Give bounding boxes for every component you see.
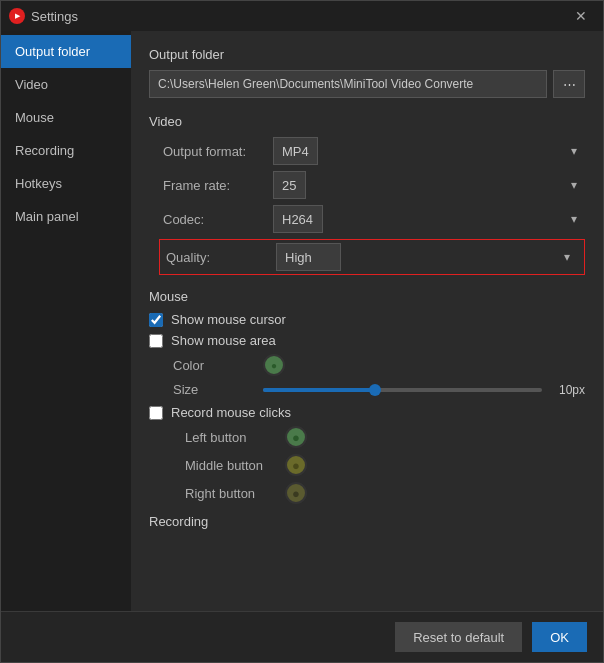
ellipsis-icon: ⋯: [563, 77, 576, 92]
show-mouse-area-row: Show mouse area: [149, 333, 585, 348]
left-button-label: Left button: [185, 430, 285, 445]
ok-button[interactable]: OK: [532, 622, 587, 652]
show-mouse-area-checkbox[interactable]: [149, 334, 163, 348]
app-icon: [9, 8, 25, 24]
codec-row: Codec: H264: [149, 205, 585, 233]
record-mouse-clicks-row: Record mouse clicks: [149, 405, 585, 420]
titlebar-title: Settings: [31, 9, 78, 24]
sidebar-item-output-folder[interactable]: Output folder: [1, 35, 131, 68]
output-folder-title: Output folder: [149, 47, 585, 62]
mouse-section-title: Mouse: [149, 289, 585, 304]
sidebar-item-mouse[interactable]: Mouse: [1, 101, 131, 134]
right-button-color-picker[interactable]: ●: [285, 482, 307, 504]
settings-window: Settings ✕ Output folder Video Mouse Rec…: [0, 0, 604, 663]
frame-rate-select-wrapper: 25: [273, 171, 585, 199]
reset-button[interactable]: Reset to default: [395, 622, 522, 652]
record-mouse-clicks-label: Record mouse clicks: [171, 405, 291, 420]
color-label: Color: [173, 358, 263, 373]
size-slider-fill: [263, 388, 375, 392]
recording-section-title: Recording: [149, 514, 585, 529]
output-format-select[interactable]: MP4: [273, 137, 318, 165]
video-section-title: Video: [149, 114, 585, 129]
recording-section: Recording: [149, 514, 585, 529]
show-mouse-area-label: Show mouse area: [171, 333, 276, 348]
path-input[interactable]: [149, 70, 547, 98]
color-icon: ●: [271, 360, 277, 371]
quality-select[interactable]: High Medium Low: [276, 243, 341, 271]
mouse-section: Mouse Show mouse cursor Show mouse area …: [149, 289, 585, 529]
size-label: Size: [173, 382, 263, 397]
content-area: Output folder Video Mouse Recording Hotk…: [1, 31, 603, 611]
middle-button-row: Middle button ●: [149, 454, 585, 476]
codec-select[interactable]: H264: [273, 205, 323, 233]
left-button-row: Left button ●: [149, 426, 585, 448]
size-slider-track: [263, 388, 542, 392]
titlebar-left: Settings: [9, 8, 78, 24]
output-format-row: Output format: MP4: [149, 137, 585, 165]
sidebar-item-recording[interactable]: Recording: [1, 134, 131, 167]
color-row: Color ●: [149, 354, 585, 376]
color-picker-button[interactable]: ●: [263, 354, 285, 376]
frame-rate-label: Frame rate:: [163, 178, 273, 193]
sidebar-item-main-panel[interactable]: Main panel: [1, 200, 131, 233]
left-button-color-icon: ●: [292, 430, 300, 445]
mouse-clicks-section: Record mouse clicks Left button ● Middle…: [149, 405, 585, 504]
right-button-label: Right button: [185, 486, 285, 501]
left-button-color-picker[interactable]: ●: [285, 426, 307, 448]
size-value: 10px: [550, 383, 585, 397]
size-row: Size 10px: [149, 382, 585, 397]
sidebar-item-hotkeys[interactable]: Hotkeys: [1, 167, 131, 200]
right-button-color-icon: ●: [292, 486, 300, 501]
browse-button[interactable]: ⋯: [553, 70, 585, 98]
middle-button-label: Middle button: [185, 458, 285, 473]
codec-select-wrapper: H264: [273, 205, 585, 233]
path-row: ⋯: [149, 70, 585, 98]
frame-rate-row: Frame rate: 25: [149, 171, 585, 199]
show-mouse-cursor-checkbox[interactable]: [149, 313, 163, 327]
middle-button-color-picker[interactable]: ●: [285, 454, 307, 476]
video-section: Video Output format: MP4 Frame rate: 25: [149, 114, 585, 275]
show-mouse-cursor-label: Show mouse cursor: [171, 312, 286, 327]
right-button-row: Right button ●: [149, 482, 585, 504]
footer: Reset to default OK: [1, 611, 603, 662]
output-format-select-wrapper: MP4: [273, 137, 585, 165]
middle-button-color-icon: ●: [292, 458, 300, 473]
sidebar-item-video[interactable]: Video: [1, 68, 131, 101]
record-mouse-clicks-checkbox[interactable]: [149, 406, 163, 420]
quality-row: Quality: High Medium Low: [159, 239, 585, 275]
size-slider-thumb[interactable]: [369, 384, 381, 396]
codec-label: Codec:: [163, 212, 273, 227]
titlebar: Settings ✕: [1, 1, 603, 31]
quality-select-wrapper: High Medium Low: [276, 243, 578, 271]
output-format-label: Output format:: [163, 144, 273, 159]
frame-rate-select[interactable]: 25: [273, 171, 306, 199]
quality-label: Quality:: [166, 250, 276, 265]
main-panel: Output folder ⋯ Video Output format: MP4: [131, 31, 603, 611]
close-button[interactable]: ✕: [567, 6, 595, 26]
show-mouse-cursor-row: Show mouse cursor: [149, 312, 585, 327]
sidebar: Output folder Video Mouse Recording Hotk…: [1, 31, 131, 611]
